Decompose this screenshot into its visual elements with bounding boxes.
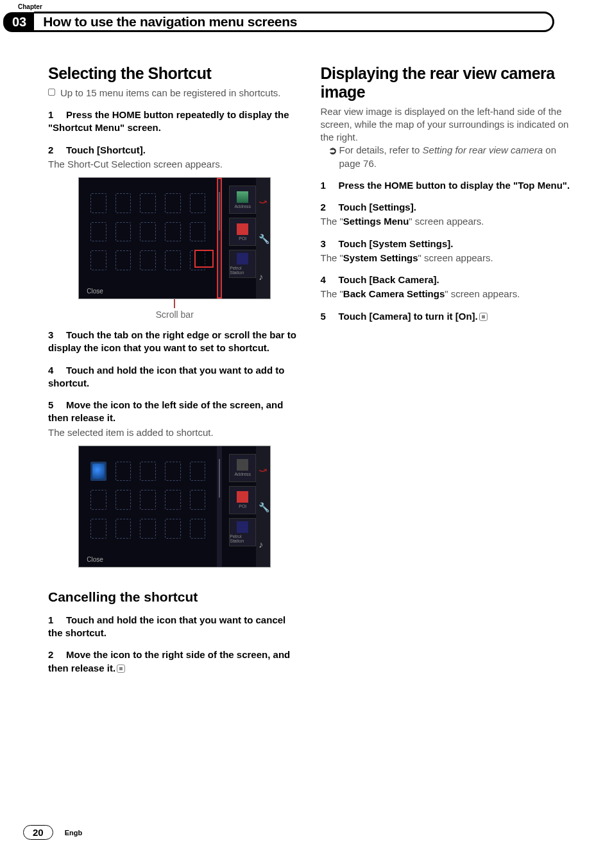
section-title-shortcut: Selecting the Shortcut xyxy=(48,64,302,83)
fig-side-petrol: Petrol Station xyxy=(229,250,256,278)
figure2-close-label: Close xyxy=(87,556,103,563)
section-title-rearview: Displaying the rear view camera image xyxy=(321,64,574,101)
drag-highlight xyxy=(194,250,214,268)
bullet-icon xyxy=(48,89,55,96)
subsection-cancel: Cancelling the shortcut xyxy=(48,589,302,605)
route-icon: ⤻ xyxy=(259,464,268,473)
r-step-3-followup: The "System Settings" screen appears. xyxy=(321,252,574,265)
figure-shortcut-selection: Address POI Petrol Station ⤻ 🔧 ♪ Close xyxy=(78,177,271,299)
cancel-step-1: 1Touch and hold the icon that you want t… xyxy=(48,614,302,640)
car-icon: 🔧 xyxy=(259,502,268,511)
fig-side-address: Address xyxy=(229,186,256,214)
fig-side-poi: POI xyxy=(229,218,256,246)
r-step-2: 2Touch [Settings]. xyxy=(321,201,574,214)
reference-link: ➲ For details, refer to Setting for rear… xyxy=(328,144,574,170)
scroll-bar xyxy=(217,446,222,567)
r-step-1: 1Press the HOME button to display the "T… xyxy=(321,179,574,192)
music-icon: ♪ xyxy=(259,272,268,281)
chapter-label: Chapter xyxy=(0,0,612,12)
step-5-followup: The selected item is added to shortcut. xyxy=(48,426,302,439)
scroll-bar-highlight xyxy=(217,178,222,299)
step-3: 3Touch the tab on the right edge or scro… xyxy=(48,329,302,355)
left-column: Selecting the Shortcut Up to 15 menu ite… xyxy=(48,64,302,675)
r-step-3: 3Touch [System Settings]. xyxy=(321,238,574,250)
page-language: Engb xyxy=(65,829,83,837)
step-2-followup: The Short-Cut Selection screen appears. xyxy=(48,158,302,171)
music-icon: ♪ xyxy=(259,539,268,548)
bullet-text: Up to 15 menu items can be registered in… xyxy=(60,87,281,100)
chapter-title: How to use the navigation menu screens xyxy=(43,14,297,30)
end-section-icon xyxy=(479,313,488,321)
fig2-side-poi: POI xyxy=(229,486,256,514)
fig2-side-address: Address xyxy=(229,454,256,482)
fig2-side-petrol: Petrol Station xyxy=(229,518,256,546)
reference-arrow-icon: ➲ xyxy=(328,144,337,158)
step-4: 4Touch and hold the icon that you want t… xyxy=(48,364,302,390)
right-column: Displaying the rear view camera image Re… xyxy=(321,64,574,675)
chapter-title-wrap: How to use the navigation menu screens xyxy=(34,12,554,32)
end-section-icon xyxy=(117,664,125,673)
step-2: 2Touch [Shortcut]. xyxy=(48,144,302,157)
chapter-title-bar: 03 How to use the navigation menu screen… xyxy=(3,12,554,32)
page-number: 20 xyxy=(23,825,53,840)
figure-caption: Scroll bar xyxy=(48,309,302,320)
figure-close-label: Close xyxy=(87,288,103,295)
car-icon: 🔧 xyxy=(259,234,268,243)
added-shortcut-icon xyxy=(90,462,106,482)
r-step-4-followup: The "Back Camera Settings" screen appear… xyxy=(321,288,574,300)
route-icon: ⤻ xyxy=(259,196,268,205)
r-step-5: 5Touch [Camera] to turn it [On]. xyxy=(321,310,574,323)
r-step-2-followup: The "Settings Menu" screen appears. xyxy=(321,215,574,228)
chapter-number: 03 xyxy=(3,12,34,32)
step-5: 5Move the icon to the left side of the s… xyxy=(48,399,302,425)
cancel-step-2: 2Move the icon to the right side of the … xyxy=(48,648,302,675)
step-1: 1Press the HOME button repeatedly to dis… xyxy=(48,108,302,135)
bullet-note: Up to 15 menu items can be registered in… xyxy=(48,87,302,100)
figure-shortcut-added: Address POI Petrol Station ⤻ 🔧 ♪ Close xyxy=(78,446,271,568)
r-step-4: 4Touch [Back Camera]. xyxy=(321,273,574,286)
rearview-intro: Rear view image is displayed on the left… xyxy=(321,105,574,144)
page-footer: 20 Engb xyxy=(23,825,82,840)
